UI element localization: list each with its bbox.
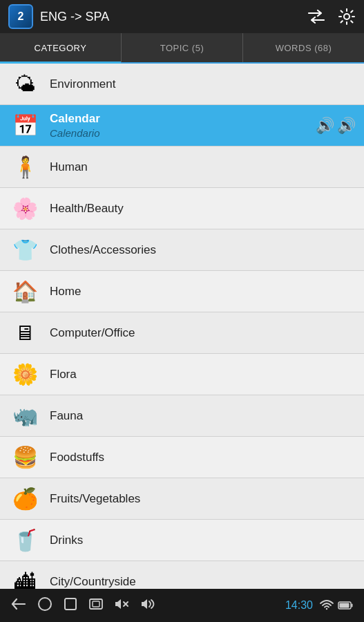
health-text: Health/Beauty bbox=[50, 202, 356, 216]
volume-mute-icon[interactable] bbox=[115, 598, 130, 614]
svg-rect-10 bbox=[352, 604, 353, 607]
human-text: Human bbox=[50, 160, 356, 174]
foodstuffs-icon: 🍔 bbox=[8, 441, 41, 474]
tab-category[interactable]: CATEGORY bbox=[0, 33, 122, 62]
foodstuffs-text: Foodstuffs bbox=[50, 451, 356, 464]
home-label: Home bbox=[50, 285, 356, 299]
drinks-icon: 🥤 bbox=[8, 524, 41, 557]
app-icon: 2 bbox=[8, 4, 33, 29]
volume-up-icon[interactable] bbox=[141, 598, 156, 614]
flora-text: Flora bbox=[50, 368, 356, 381]
screenshot-nav-icon[interactable] bbox=[88, 598, 104, 614]
top-bar-left: 2 ENG -> SPA bbox=[8, 4, 109, 29]
app-icon-label: 2 bbox=[18, 10, 24, 23]
bottom-nav bbox=[11, 596, 156, 615]
svg-point-2 bbox=[39, 598, 51, 610]
svg-rect-9 bbox=[340, 603, 349, 608]
top-bar: 2 ENG -> SPA bbox=[0, 0, 364, 33]
environment-text: Environment bbox=[50, 77, 356, 91]
list-item-health[interactable]: 🌸 Health/Beauty bbox=[0, 188, 364, 229]
time-display: 14:30 bbox=[285, 599, 313, 612]
bottom-right: 14:30 bbox=[285, 599, 353, 612]
list-item-city[interactable]: 🏙 City/Countryside bbox=[0, 561, 364, 589]
list-item-clothes[interactable]: 👕 Clothes/Accessories bbox=[0, 229, 364, 271]
calendar-icon: 📅 bbox=[8, 109, 41, 142]
svg-rect-4 bbox=[90, 599, 102, 609]
health-label: Health/Beauty bbox=[50, 202, 356, 216]
calendar-label: Calendar bbox=[50, 112, 310, 126]
home-text: Home bbox=[50, 285, 356, 299]
computer-icon: 🖥 bbox=[8, 317, 41, 350]
svg-rect-3 bbox=[65, 599, 76, 610]
swap-icon[interactable] bbox=[307, 9, 325, 24]
tabs: CATEGORY TOPIC (5) WORDS (68) bbox=[0, 33, 364, 64]
city-text: City/Countryside bbox=[50, 575, 356, 589]
computer-text: Computer/Office bbox=[50, 326, 356, 340]
list-item[interactable]: 🌤 Environment bbox=[0, 64, 364, 105]
battery-icon bbox=[338, 601, 353, 610]
drinks-label: Drinks bbox=[50, 534, 356, 547]
list-item-home[interactable]: 🏠 Home bbox=[0, 271, 364, 312]
home-nav-icon[interactable] bbox=[37, 596, 52, 615]
human-label: Human bbox=[50, 160, 356, 174]
home-icon: 🏠 bbox=[8, 275, 41, 308]
city-icon: 🏙 bbox=[8, 565, 41, 590]
list-item-drinks[interactable]: 🥤 Drinks bbox=[0, 520, 364, 561]
svg-rect-5 bbox=[93, 601, 99, 607]
recents-nav-icon[interactable] bbox=[64, 597, 77, 614]
clothes-text: Clothes/Accessories bbox=[50, 243, 356, 257]
tab-words[interactable]: WORDS (68) bbox=[243, 33, 364, 62]
fruits-label: Fruits/Vegetables bbox=[50, 492, 356, 506]
environment-label: Environment bbox=[50, 77, 356, 91]
drinks-text: Drinks bbox=[50, 534, 356, 547]
calendar-sublabel: Calendario bbox=[50, 127, 310, 139]
tab-topic[interactable]: TOPIC (5) bbox=[122, 33, 243, 62]
fauna-label: Fauna bbox=[50, 409, 356, 423]
list-item-flora[interactable]: 🌼 Flora bbox=[0, 354, 364, 395]
foodstuffs-label: Foodstuffs bbox=[50, 451, 356, 464]
back-nav-icon[interactable] bbox=[11, 598, 26, 614]
settings-icon[interactable] bbox=[338, 8, 356, 26]
top-bar-right bbox=[307, 8, 356, 26]
svg-point-0 bbox=[344, 14, 349, 19]
wifi-icon bbox=[320, 600, 334, 611]
bottom-bar: 14:30 bbox=[0, 589, 364, 622]
list-item-fruits[interactable]: 🍊 Fruits/Vegetables bbox=[0, 478, 364, 520]
list-item-calendar[interactable]: 📅 Calendar Calendario 🔊 🔊 bbox=[0, 105, 364, 147]
health-icon: 🌸 bbox=[8, 192, 41, 225]
clothes-icon: 👕 bbox=[8, 234, 41, 267]
category-list: 🌤 Environment 📅 Calendar Calendario 🔊 🔊 … bbox=[0, 64, 364, 589]
environment-icon: 🌤 bbox=[8, 68, 41, 101]
flora-label: Flora bbox=[50, 368, 356, 381]
fauna-text: Fauna bbox=[50, 409, 356, 423]
human-icon: 🧍 bbox=[8, 151, 41, 184]
computer-label: Computer/Office bbox=[50, 326, 356, 340]
list-item-human[interactable]: 🧍 Human bbox=[0, 147, 364, 188]
list-item-foodstuffs[interactable]: 🍔 Foodstuffs bbox=[0, 437, 364, 478]
list-item-computer[interactable]: 🖥 Computer/Office bbox=[0, 312, 364, 354]
calendar-sound-icon-2[interactable]: 🔊 bbox=[337, 117, 356, 135]
calendar-text: Calendar Calendario bbox=[50, 112, 310, 139]
fruits-icon: 🍊 bbox=[8, 482, 41, 516]
fruits-text: Fruits/Vegetables bbox=[50, 492, 356, 506]
fauna-icon: 🦏 bbox=[8, 399, 41, 433]
city-label: City/Countryside bbox=[50, 575, 356, 589]
app-title: ENG -> SPA bbox=[40, 10, 109, 24]
clothes-label: Clothes/Accessories bbox=[50, 243, 356, 257]
status-icons bbox=[320, 600, 353, 611]
list-item-fauna[interactable]: 🦏 Fauna bbox=[0, 395, 364, 437]
flora-icon: 🌼 bbox=[8, 358, 41, 391]
calendar-sound-icon[interactable]: 🔊 bbox=[316, 117, 334, 135]
